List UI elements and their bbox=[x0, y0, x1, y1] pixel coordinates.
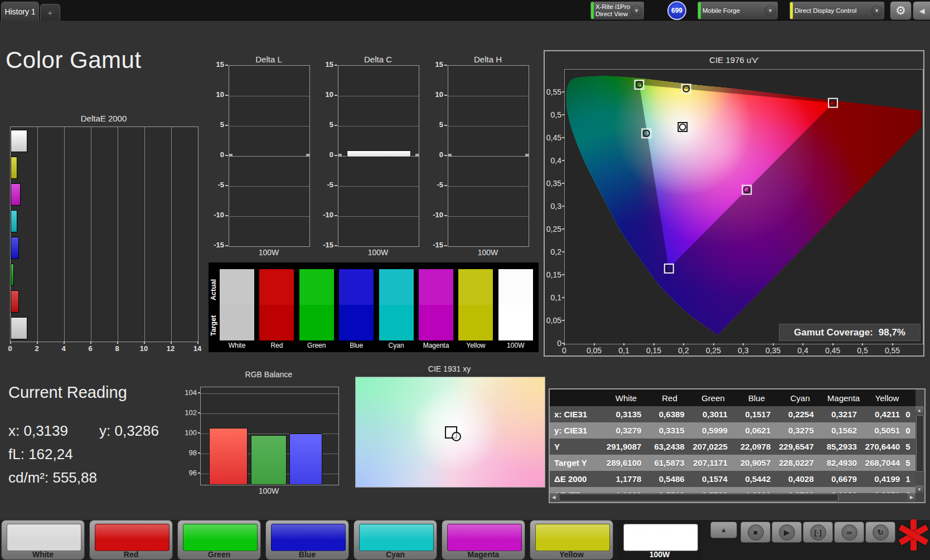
meter-count-badge[interactable]: 699 bbox=[667, 1, 686, 20]
gridline bbox=[448, 126, 529, 126]
y-axis-tick bbox=[335, 95, 337, 96]
scroll-down-icon[interactable]: ▼ bbox=[916, 485, 923, 493]
table-vertical-scrollbar[interactable]: ▲ ▼ bbox=[916, 406, 924, 493]
deltae-chart-title: DeltaE 2000 bbox=[81, 114, 127, 123]
target-row-label: Target bbox=[210, 307, 219, 344]
pattern-button-blue[interactable]: Blue bbox=[265, 520, 349, 560]
pattern-button-cyan[interactable]: Cyan bbox=[353, 520, 437, 560]
play-button[interactable]: ▶ bbox=[772, 522, 802, 543]
table-cell: 207,0225 bbox=[690, 442, 733, 451]
x-axis-tick-label: 12 bbox=[167, 344, 175, 353]
y-axis-tick-label: -15 bbox=[424, 241, 443, 249]
infinity-button[interactable]: ∞ bbox=[834, 522, 864, 543]
collapse-panel-button[interactable]: ◀ bbox=[913, 1, 930, 20]
deltae-bar-yellow bbox=[11, 157, 17, 179]
target-swatch-blue bbox=[339, 305, 374, 340]
delta-chart-title: Delta L bbox=[255, 55, 282, 64]
y-axis-tick-label: 0 bbox=[424, 150, 443, 159]
deltae-bar-blue bbox=[11, 237, 19, 259]
actual-row-label: Actual bbox=[210, 270, 219, 309]
cie1976-plot: Gamut Coverage: 98,7% bbox=[564, 69, 923, 344]
y-axis-tick-label: -5 bbox=[314, 181, 333, 189]
rgb-balance-title: RGB Balance bbox=[245, 370, 293, 379]
rgb-y-tick bbox=[198, 412, 200, 413]
table-cell: 0,1517 bbox=[733, 410, 776, 419]
table-cell: 0,3279 bbox=[604, 426, 647, 435]
vertical-scroll-thumb[interactable] bbox=[916, 415, 924, 472]
pattern-button-100w[interactable]: 100W bbox=[618, 520, 701, 560]
pattern-window-up-button[interactable]: ▲ bbox=[710, 522, 737, 538]
pattern-button-magenta[interactable]: Magenta bbox=[442, 520, 525, 560]
table-cell-clipped: 0 bbox=[905, 410, 916, 419]
cie-y-tick-label: 0,55 bbox=[545, 87, 561, 96]
meter-pattern-source[interactable]: Mobile Forge▼ bbox=[697, 1, 778, 20]
meter-label-line: Direct View bbox=[595, 11, 629, 18]
loop-button[interactable]: ↻ bbox=[865, 522, 895, 543]
settings-gear-button[interactable]: ⚙ bbox=[890, 1, 912, 20]
gridline bbox=[338, 186, 419, 187]
pattern-button-yellow[interactable]: Yellow bbox=[530, 520, 613, 560]
pattern-button-white[interactable]: White bbox=[1, 520, 85, 560]
y-axis-tick bbox=[444, 215, 447, 216]
x-axis-tick bbox=[144, 342, 145, 344]
y-axis-tick bbox=[225, 125, 228, 126]
table-cell-clipped: 5 bbox=[905, 442, 916, 451]
horizontal-scroll-thumb[interactable] bbox=[559, 494, 839, 501]
table-cell: 0,6679 bbox=[820, 474, 863, 484]
table-cell: 0,5999 bbox=[690, 426, 733, 435]
y-axis-tick bbox=[335, 65, 337, 66]
cie-x-tick-label: 0,25 bbox=[706, 346, 721, 355]
gridline bbox=[229, 216, 309, 217]
cie1976-diagram bbox=[565, 70, 922, 343]
pattern-label: Green bbox=[178, 550, 260, 559]
reading-fl: fL: 162,24 bbox=[8, 446, 73, 463]
target-swatch-green bbox=[299, 305, 334, 340]
pattern-button-green[interactable]: Green bbox=[177, 520, 261, 560]
cie-y-tick-label: 0,1 bbox=[545, 293, 561, 302]
y-axis-tick bbox=[225, 215, 228, 216]
step-button[interactable]: [·] bbox=[803, 522, 833, 543]
chevron-down-icon[interactable]: ▼ bbox=[631, 5, 642, 17]
column-header-blue: Blue bbox=[735, 393, 778, 403]
cie-y-tick bbox=[562, 274, 564, 275]
scroll-left-icon[interactable]: ◀ bbox=[550, 493, 558, 501]
deltae-bar-green bbox=[11, 264, 14, 286]
cie-x-tick bbox=[773, 343, 774, 345]
table-horizontal-scrollbar[interactable]: ◀ ▶ bbox=[550, 493, 916, 502]
y-axis-tick bbox=[444, 65, 447, 66]
meter-display-control[interactable]: Direct Display Control▼ bbox=[789, 1, 885, 20]
x-axis-tick bbox=[10, 342, 11, 344]
scroll-up-icon[interactable]: ▲ bbox=[916, 406, 923, 414]
rgb-y-tick bbox=[198, 392, 200, 393]
tab-history-1[interactable]: History 1 bbox=[1, 2, 39, 21]
chevron-down-icon[interactable]: ▼ bbox=[871, 5, 883, 17]
cie-x-tick bbox=[743, 343, 744, 345]
rgb-balance-chart bbox=[200, 387, 339, 485]
table-cell: 268,7044 bbox=[863, 458, 905, 468]
y-axis-tick bbox=[444, 185, 447, 186]
chevron-down-icon[interactable]: ▼ bbox=[764, 5, 776, 17]
stop-button[interactable]: ■ bbox=[740, 522, 771, 543]
x-axis-tick-label: 6 bbox=[88, 344, 92, 353]
cie-x-tick bbox=[594, 343, 595, 345]
cie1931-plot bbox=[355, 377, 545, 488]
table-cell: 0,3315 bbox=[647, 426, 690, 435]
meter-probe[interactable]: X-Rite i1Pro 3Direct View▼ bbox=[590, 1, 645, 20]
y-axis-tick bbox=[335, 185, 337, 186]
cie-y-tick-label: 0,15 bbox=[545, 270, 561, 279]
pattern-button-red[interactable]: Red bbox=[89, 520, 173, 560]
y-axis-tick-label: -10 bbox=[314, 211, 333, 219]
y-axis-tick-label: 5 bbox=[314, 120, 333, 129]
gridline bbox=[338, 96, 419, 96]
delta-chart-xlabel: 100W bbox=[259, 248, 279, 257]
table-row-4: Target Y289,610061,5873207,117120,905722… bbox=[550, 455, 916, 471]
actual-swatch-white bbox=[220, 269, 254, 305]
scroll-right-icon[interactable]: ▶ bbox=[908, 493, 916, 501]
reading-cdm2: cd/m²: 555,88 bbox=[8, 469, 97, 486]
gridline bbox=[229, 186, 309, 187]
y-axis-tick-label: 0 bbox=[314, 150, 333, 159]
add-tab-button[interactable]: + bbox=[40, 4, 60, 21]
table-cell: 61,5873 bbox=[647, 458, 690, 468]
rgb-bar-red bbox=[209, 428, 248, 485]
actual-swatch-yellow bbox=[458, 269, 493, 305]
